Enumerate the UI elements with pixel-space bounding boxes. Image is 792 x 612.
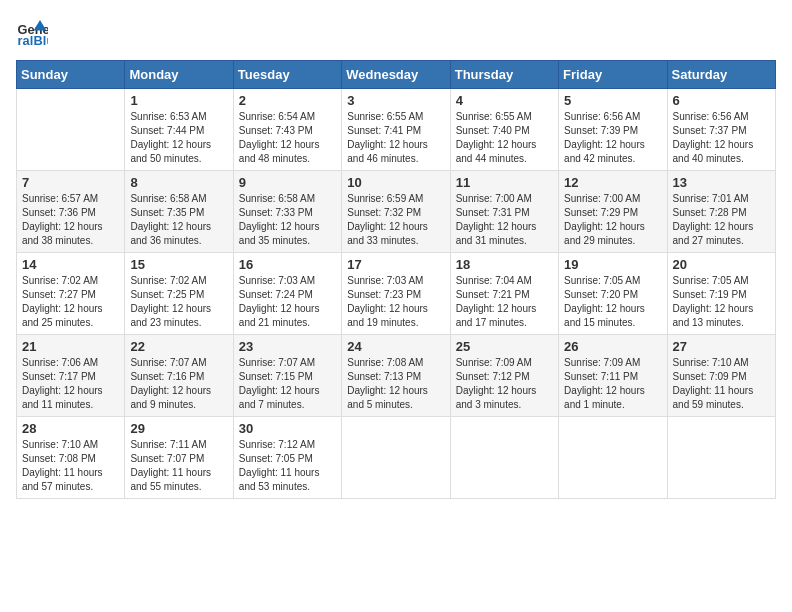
calendar-cell	[17, 89, 125, 171]
day-number: 26	[564, 339, 661, 354]
day-content: Sunrise: 6:55 AM Sunset: 7:40 PM Dayligh…	[456, 110, 553, 166]
calendar-cell: 5Sunrise: 6:56 AM Sunset: 7:39 PM Daylig…	[559, 89, 667, 171]
day-number: 18	[456, 257, 553, 272]
day-content: Sunrise: 7:11 AM Sunset: 7:07 PM Dayligh…	[130, 438, 227, 494]
svg-text:Blue: Blue	[34, 33, 48, 48]
day-content: Sunrise: 7:05 AM Sunset: 7:19 PM Dayligh…	[673, 274, 770, 330]
calendar-cell: 28Sunrise: 7:10 AM Sunset: 7:08 PM Dayli…	[17, 417, 125, 499]
day-content: Sunrise: 7:07 AM Sunset: 7:15 PM Dayligh…	[239, 356, 336, 412]
calendar-cell: 15Sunrise: 7:02 AM Sunset: 7:25 PM Dayli…	[125, 253, 233, 335]
header-row: SundayMondayTuesdayWednesdayThursdayFrid…	[17, 61, 776, 89]
calendar-cell: 7Sunrise: 6:57 AM Sunset: 7:36 PM Daylig…	[17, 171, 125, 253]
logo: Gene ral Blue	[16, 16, 52, 48]
calendar-cell: 6Sunrise: 6:56 AM Sunset: 7:37 PM Daylig…	[667, 89, 775, 171]
calendar-cell	[559, 417, 667, 499]
day-content: Sunrise: 7:08 AM Sunset: 7:13 PM Dayligh…	[347, 356, 444, 412]
calendar-cell: 29Sunrise: 7:11 AM Sunset: 7:07 PM Dayli…	[125, 417, 233, 499]
day-number: 20	[673, 257, 770, 272]
day-content: Sunrise: 6:53 AM Sunset: 7:44 PM Dayligh…	[130, 110, 227, 166]
header-cell-thursday: Thursday	[450, 61, 558, 89]
day-number: 28	[22, 421, 119, 436]
calendar-week-2: 14Sunrise: 7:02 AM Sunset: 7:27 PM Dayli…	[17, 253, 776, 335]
header-cell-saturday: Saturday	[667, 61, 775, 89]
logo-icon: Gene ral Blue	[16, 16, 48, 48]
day-number: 5	[564, 93, 661, 108]
calendar-cell: 16Sunrise: 7:03 AM Sunset: 7:24 PM Dayli…	[233, 253, 341, 335]
day-content: Sunrise: 7:09 AM Sunset: 7:11 PM Dayligh…	[564, 356, 661, 412]
calendar-cell: 4Sunrise: 6:55 AM Sunset: 7:40 PM Daylig…	[450, 89, 558, 171]
day-number: 3	[347, 93, 444, 108]
header-cell-wednesday: Wednesday	[342, 61, 450, 89]
day-number: 22	[130, 339, 227, 354]
calendar-cell: 24Sunrise: 7:08 AM Sunset: 7:13 PM Dayli…	[342, 335, 450, 417]
svg-text:ral: ral	[18, 33, 34, 48]
day-content: Sunrise: 6:58 AM Sunset: 7:33 PM Dayligh…	[239, 192, 336, 248]
day-content: Sunrise: 7:04 AM Sunset: 7:21 PM Dayligh…	[456, 274, 553, 330]
day-number: 13	[673, 175, 770, 190]
header-cell-tuesday: Tuesday	[233, 61, 341, 89]
day-content: Sunrise: 7:03 AM Sunset: 7:23 PM Dayligh…	[347, 274, 444, 330]
day-number: 25	[456, 339, 553, 354]
day-content: Sunrise: 7:02 AM Sunset: 7:25 PM Dayligh…	[130, 274, 227, 330]
calendar-cell: 23Sunrise: 7:07 AM Sunset: 7:15 PM Dayli…	[233, 335, 341, 417]
calendar-cell: 11Sunrise: 7:00 AM Sunset: 7:31 PM Dayli…	[450, 171, 558, 253]
day-content: Sunrise: 7:00 AM Sunset: 7:29 PM Dayligh…	[564, 192, 661, 248]
day-number: 30	[239, 421, 336, 436]
header-cell-monday: Monday	[125, 61, 233, 89]
calendar-cell: 27Sunrise: 7:10 AM Sunset: 7:09 PM Dayli…	[667, 335, 775, 417]
header-cell-friday: Friday	[559, 61, 667, 89]
calendar-cell: 18Sunrise: 7:04 AM Sunset: 7:21 PM Dayli…	[450, 253, 558, 335]
day-content: Sunrise: 7:12 AM Sunset: 7:05 PM Dayligh…	[239, 438, 336, 494]
calendar-cell	[342, 417, 450, 499]
day-number: 19	[564, 257, 661, 272]
day-content: Sunrise: 7:07 AM Sunset: 7:16 PM Dayligh…	[130, 356, 227, 412]
day-number: 16	[239, 257, 336, 272]
calendar-cell: 22Sunrise: 7:07 AM Sunset: 7:16 PM Dayli…	[125, 335, 233, 417]
day-content: Sunrise: 7:03 AM Sunset: 7:24 PM Dayligh…	[239, 274, 336, 330]
day-content: Sunrise: 6:56 AM Sunset: 7:37 PM Dayligh…	[673, 110, 770, 166]
page-header: Gene ral Blue	[16, 16, 776, 48]
day-number: 2	[239, 93, 336, 108]
calendar-week-3: 21Sunrise: 7:06 AM Sunset: 7:17 PM Dayli…	[17, 335, 776, 417]
calendar-cell: 10Sunrise: 6:59 AM Sunset: 7:32 PM Dayli…	[342, 171, 450, 253]
calendar-cell	[667, 417, 775, 499]
day-content: Sunrise: 7:02 AM Sunset: 7:27 PM Dayligh…	[22, 274, 119, 330]
day-number: 27	[673, 339, 770, 354]
calendar-cell: 2Sunrise: 6:54 AM Sunset: 7:43 PM Daylig…	[233, 89, 341, 171]
calendar-cell	[450, 417, 558, 499]
calendar-body: 1Sunrise: 6:53 AM Sunset: 7:44 PM Daylig…	[17, 89, 776, 499]
day-number: 1	[130, 93, 227, 108]
calendar-cell: 3Sunrise: 6:55 AM Sunset: 7:41 PM Daylig…	[342, 89, 450, 171]
day-number: 6	[673, 93, 770, 108]
calendar-cell: 13Sunrise: 7:01 AM Sunset: 7:28 PM Dayli…	[667, 171, 775, 253]
calendar-week-4: 28Sunrise: 7:10 AM Sunset: 7:08 PM Dayli…	[17, 417, 776, 499]
calendar-table: SundayMondayTuesdayWednesdayThursdayFrid…	[16, 60, 776, 499]
day-content: Sunrise: 7:10 AM Sunset: 7:08 PM Dayligh…	[22, 438, 119, 494]
day-number: 29	[130, 421, 227, 436]
calendar-cell: 12Sunrise: 7:00 AM Sunset: 7:29 PM Dayli…	[559, 171, 667, 253]
calendar-cell: 8Sunrise: 6:58 AM Sunset: 7:35 PM Daylig…	[125, 171, 233, 253]
calendar-cell: 26Sunrise: 7:09 AM Sunset: 7:11 PM Dayli…	[559, 335, 667, 417]
day-content: Sunrise: 6:54 AM Sunset: 7:43 PM Dayligh…	[239, 110, 336, 166]
day-content: Sunrise: 6:58 AM Sunset: 7:35 PM Dayligh…	[130, 192, 227, 248]
day-number: 23	[239, 339, 336, 354]
day-number: 14	[22, 257, 119, 272]
day-number: 24	[347, 339, 444, 354]
day-number: 10	[347, 175, 444, 190]
day-content: Sunrise: 7:05 AM Sunset: 7:20 PM Dayligh…	[564, 274, 661, 330]
calendar-cell: 19Sunrise: 7:05 AM Sunset: 7:20 PM Dayli…	[559, 253, 667, 335]
day-number: 7	[22, 175, 119, 190]
day-number: 8	[130, 175, 227, 190]
calendar-header: SundayMondayTuesdayWednesdayThursdayFrid…	[17, 61, 776, 89]
day-content: Sunrise: 7:01 AM Sunset: 7:28 PM Dayligh…	[673, 192, 770, 248]
day-content: Sunrise: 7:00 AM Sunset: 7:31 PM Dayligh…	[456, 192, 553, 248]
calendar-cell: 20Sunrise: 7:05 AM Sunset: 7:19 PM Dayli…	[667, 253, 775, 335]
calendar-cell: 21Sunrise: 7:06 AM Sunset: 7:17 PM Dayli…	[17, 335, 125, 417]
day-content: Sunrise: 7:06 AM Sunset: 7:17 PM Dayligh…	[22, 356, 119, 412]
calendar-cell: 25Sunrise: 7:09 AM Sunset: 7:12 PM Dayli…	[450, 335, 558, 417]
day-content: Sunrise: 6:56 AM Sunset: 7:39 PM Dayligh…	[564, 110, 661, 166]
calendar-week-1: 7Sunrise: 6:57 AM Sunset: 7:36 PM Daylig…	[17, 171, 776, 253]
calendar-cell: 30Sunrise: 7:12 AM Sunset: 7:05 PM Dayli…	[233, 417, 341, 499]
day-content: Sunrise: 6:57 AM Sunset: 7:36 PM Dayligh…	[22, 192, 119, 248]
calendar-cell: 1Sunrise: 6:53 AM Sunset: 7:44 PM Daylig…	[125, 89, 233, 171]
